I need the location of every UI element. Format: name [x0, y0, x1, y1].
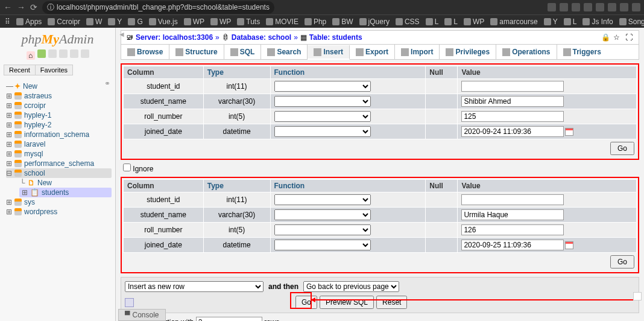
function-select[interactable] — [274, 81, 371, 92]
calendar-icon[interactable] — [565, 128, 573, 136]
value-input[interactable] — [461, 126, 564, 137]
bookmark-item[interactable]: MOVIE — [266, 17, 298, 26]
tree-students[interactable]: ⊞📋students — [19, 188, 112, 197]
go-button-1[interactable] — [610, 142, 634, 155]
bookmark-item[interactable]: CSS — [396, 17, 420, 26]
ext-icon[interactable] — [584, 3, 592, 11]
bookmark-item[interactable]: L — [426, 17, 439, 26]
function-select[interactable] — [274, 96, 371, 107]
tab-export[interactable]: Export — [350, 45, 395, 59]
bookmark-item[interactable]: L — [444, 17, 458, 26]
tab-browse[interactable]: Browse — [121, 45, 169, 59]
tab-operations[interactable]: Operations — [496, 45, 557, 59]
tree-db-item[interactable]: ⊞information_schema — [6, 130, 112, 139]
tree-db-item[interactable]: ⊞hypley-2 — [6, 120, 112, 130]
docs-icon[interactable] — [48, 49, 57, 58]
fullscreen-icon[interactable]: ⛶ — [625, 33, 634, 42]
tree-school[interactable]: ⊟school — [6, 168, 112, 178]
function-select[interactable] — [274, 126, 371, 137]
bookmark-item[interactable]: W — [86, 17, 102, 26]
function-select[interactable] — [274, 194, 371, 205]
tab-structure[interactable]: Structure — [169, 45, 224, 59]
ext-icon[interactable] — [632, 3, 640, 11]
function-select[interactable] — [274, 224, 371, 235]
bookmark-item[interactable]: Js Info — [582, 17, 613, 26]
bookmark-item[interactable]: G — [128, 17, 142, 26]
bc-server[interactable]: Server: localhost:3306 — [136, 33, 213, 42]
value-input[interactable] — [461, 240, 564, 250]
tree-db-item[interactable]: ⊞hypley-1 — [6, 110, 112, 120]
insert-mode-select[interactable]: Insert as new row — [125, 281, 264, 292]
ext-icon[interactable] — [620, 3, 628, 11]
reset-button[interactable] — [376, 296, 407, 309]
function-select[interactable] — [274, 209, 371, 220]
ext-icon[interactable] — [560, 3, 568, 11]
bc-table[interactable]: Table: students — [309, 33, 362, 42]
tab-triggers[interactable]: Triggers — [557, 45, 607, 59]
calendar-icon[interactable] — [565, 241, 573, 249]
forward-button[interactable]: → — [17, 2, 25, 12]
bookmark-item[interactable]: WP — [464, 17, 484, 26]
bookmark-item[interactable]: Song Chord — [619, 17, 644, 26]
value-input[interactable] — [461, 224, 564, 235]
bookmark-item[interactable]: Apps — [16, 17, 42, 26]
lock-icon[interactable]: 🔒 — [601, 33, 610, 42]
bookmark-item[interactable]: L — [564, 17, 577, 26]
console-bar[interactable]: ▀ Console — [118, 309, 166, 321]
back-button[interactable]: ← — [4, 2, 12, 12]
bookmark-item[interactable]: Y — [544, 17, 558, 26]
star-icon[interactable]: ☆ — [613, 33, 622, 42]
bookmark-item[interactable]: Tuts — [237, 17, 260, 26]
bookmark-item[interactable]: Php — [305, 17, 326, 26]
tree-db-item[interactable]: ⊞performance_schema — [6, 159, 112, 168]
bookmark-item[interactable]: amarcourse — [490, 17, 537, 26]
reload-button[interactable]: ⟳ — [30, 2, 37, 12]
logout-icon[interactable] — [37, 49, 46, 58]
tree-db-item[interactable]: ⊞astraeus — [6, 91, 112, 101]
value-input[interactable] — [461, 81, 564, 92]
home-icon[interactable]: ⌂ — [27, 51, 35, 60]
tab-insert[interactable]: Insert — [308, 45, 350, 60]
collapse-arrow[interactable]: ◄ — [118, 30, 125, 39]
bc-database[interactable]: Database: school — [232, 33, 291, 42]
bookmark-item[interactable]: BW — [332, 17, 353, 26]
apps-button[interactable]: ⠿ — [5, 17, 10, 26]
tab-import[interactable]: Import — [395, 45, 440, 59]
bookmark-item[interactable]: Ccroipr — [48, 17, 80, 26]
value-input[interactable] — [461, 194, 564, 205]
tab-privileges[interactable]: Privileges — [440, 45, 496, 59]
link-icon[interactable]: ⚭ — [104, 79, 110, 87]
bookmark-item[interactable]: WP — [184, 17, 204, 26]
ext-icon[interactable] — [572, 3, 580, 11]
ignore-checkbox[interactable] — [123, 164, 131, 171]
value-input[interactable] — [461, 111, 564, 122]
sync-icon[interactable] — [81, 49, 89, 58]
address-bar[interactable]: ⓘ localhost/phpmyadmin/tbl_change.php?db… — [42, 1, 274, 14]
bookmark-item[interactable]: Y — [108, 17, 122, 26]
scroll-marker[interactable] — [633, 292, 642, 300]
ext-icon[interactable] — [608, 3, 616, 11]
tree-db-item[interactable]: ⊞ccroipr — [6, 101, 112, 110]
tree-db-item[interactable]: ⊞mysql — [6, 149, 112, 159]
function-select[interactable] — [274, 240, 371, 250]
value-input[interactable] — [461, 209, 564, 220]
preview-sql-button[interactable] — [320, 296, 374, 309]
ext-icon[interactable] — [548, 3, 556, 11]
tree-new[interactable]: —✦New — [6, 81, 104, 91]
settings-icon[interactable] — [59, 49, 68, 58]
bookmark-item[interactable]: WP — [210, 17, 231, 26]
tree-db-item[interactable]: ⊞laravel — [6, 139, 112, 149]
tree-db-item[interactable]: ⊞sys — [6, 197, 112, 207]
ext-icon[interactable] — [596, 3, 604, 11]
sql-icon[interactable] — [125, 298, 134, 307]
continue-rows-input[interactable] — [196, 317, 262, 321]
after-insert-select[interactable]: Go back to previous page — [303, 281, 399, 292]
reload-icon[interactable] — [70, 49, 78, 58]
tab-sql[interactable]: SQL — [224, 45, 262, 59]
bookmark-item[interactable]: jQuery — [359, 17, 390, 26]
bookmark-item[interactable]: Vue.js — [149, 17, 178, 26]
function-select[interactable] — [274, 111, 371, 122]
tab-favorites[interactable]: Favorites — [36, 65, 72, 75]
tree-school-new[interactable]: └🗋New — [19, 178, 112, 188]
tab-recent[interactable]: Recent — [4, 65, 36, 75]
